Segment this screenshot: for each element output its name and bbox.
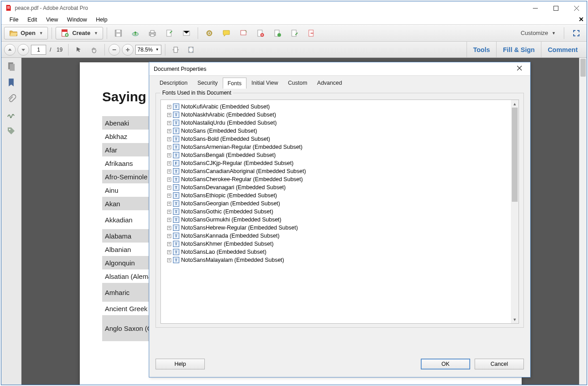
font-name-label: NotoSansGeorgian (Embedded Subset) bbox=[181, 200, 280, 207]
stamp-button[interactable] bbox=[236, 27, 251, 39]
attachments-panel-button[interactable] bbox=[6, 94, 16, 104]
tree-expander-icon[interactable]: + bbox=[167, 129, 171, 133]
tree-expander-icon[interactable]: + bbox=[167, 113, 171, 117]
font-tree-item[interactable]: +TNotoSansKhmer (Embedded Subset) bbox=[167, 240, 511, 248]
replace-page-button[interactable] bbox=[304, 27, 319, 39]
cloud-button[interactable] bbox=[128, 27, 143, 39]
fullscreen-button[interactable] bbox=[569, 27, 584, 39]
close-button[interactable] bbox=[566, 1, 587, 15]
font-tree-item[interactable]: +TNotoSansDevanagari (Embedded Subset) bbox=[167, 183, 511, 191]
font-tree-item[interactable]: +FNotoSansCJKjp-Regular (Embedded Subset… bbox=[167, 159, 511, 167]
minimize-button[interactable] bbox=[525, 1, 545, 15]
viewport-scrollbar[interactable] bbox=[579, 58, 587, 385]
panel-fill-sign[interactable]: Fill & Sign bbox=[496, 42, 541, 57]
cancel-button[interactable]: Cancel bbox=[475, 359, 524, 369]
next-page-button[interactable] bbox=[17, 44, 29, 56]
tree-expander-icon[interactable]: + bbox=[167, 202, 171, 206]
menu-window[interactable]: Window bbox=[63, 16, 91, 24]
create-button[interactable]: Create ▼ bbox=[56, 27, 103, 39]
select-tool-button[interactable] bbox=[72, 43, 86, 56]
export-page-button[interactable] bbox=[287, 27, 302, 39]
fit-page-button[interactable] bbox=[184, 43, 198, 56]
email-button[interactable] bbox=[179, 27, 194, 39]
font-tree-item[interactable]: +TNotoSansCherokee-Regular (Embedded Sub… bbox=[167, 175, 511, 183]
font-tree-item[interactable]: +TNotoNastaliqUrdu (Embedded Subset) bbox=[167, 119, 511, 127]
insert-page-button[interactable] bbox=[270, 27, 285, 39]
font-tree-item[interactable]: +TNotoSansLao (Embedded Subset) bbox=[167, 248, 511, 256]
tab-security[interactable]: Security bbox=[193, 77, 223, 88]
tree-expander-icon[interactable]: + bbox=[167, 169, 171, 173]
tree-expander-icon[interactable]: + bbox=[167, 161, 171, 165]
font-tree-item[interactable]: +TNotoSansGothic (Embedded Subset) bbox=[167, 208, 511, 216]
tree-expander-icon[interactable]: + bbox=[167, 258, 171, 262]
tree-expander-icon[interactable]: + bbox=[167, 178, 171, 182]
ok-button[interactable]: OK bbox=[421, 359, 470, 369]
menu-view[interactable]: View bbox=[42, 16, 63, 24]
font-tree-item[interactable]: +TNotoNaskhArabic (Embedded Subset) bbox=[167, 111, 511, 119]
dialog-close-button[interactable] bbox=[513, 65, 526, 72]
fit-width-button[interactable] bbox=[169, 43, 182, 56]
doc-close-icon[interactable]: ✕ bbox=[579, 16, 584, 23]
font-tree-item[interactable]: +TNotoSansEthiopic (Embedded Subset) bbox=[167, 191, 511, 200]
font-tree-item[interactable]: +TNotoSans (Embedded Subset) bbox=[167, 127, 511, 135]
tree-expander-icon[interactable]: + bbox=[167, 153, 171, 157]
scroll-up-button[interactable]: ▲ bbox=[511, 100, 519, 108]
tree-expander-icon[interactable]: + bbox=[167, 186, 171, 190]
tree-expander-icon[interactable]: + bbox=[167, 137, 171, 141]
prev-page-button[interactable] bbox=[4, 44, 16, 56]
tree-expander-icon[interactable]: + bbox=[167, 250, 171, 254]
font-tree-item[interactable]: +TNotoSans-Bold (Embedded Subset) bbox=[167, 135, 511, 143]
font-tree-item[interactable]: +TNotoSansBengali (Embedded Subset) bbox=[167, 151, 511, 159]
bookmarks-panel-button[interactable] bbox=[6, 78, 16, 87]
tree-expander-icon[interactable]: + bbox=[167, 145, 171, 149]
menu-edit[interactable]: Edit bbox=[23, 16, 42, 24]
scroll-down-button[interactable]: ▼ bbox=[511, 316, 519, 323]
tab-description[interactable]: Description bbox=[155, 77, 193, 88]
zoom-out-button[interactable] bbox=[108, 44, 120, 56]
panel-tools[interactable]: Tools bbox=[467, 42, 497, 57]
tree-expander-icon[interactable]: + bbox=[167, 194, 171, 198]
font-tree-item[interactable]: +TNotoSansGurmukhi (Embedded Subset) bbox=[167, 216, 511, 224]
tab-fonts[interactable]: Fonts bbox=[223, 78, 246, 89]
fonts-scrollbar[interactable]: ▲ ▼ bbox=[511, 100, 519, 323]
zoom-in-button[interactable] bbox=[122, 44, 134, 56]
font-tree-item[interactable]: +TNotoSansCanadianAboriginal (Embedded S… bbox=[167, 167, 511, 175]
panel-comment[interactable]: Comment bbox=[541, 42, 584, 57]
tree-expander-icon[interactable]: + bbox=[167, 234, 171, 238]
scrollbar-thumb[interactable] bbox=[512, 108, 518, 202]
tree-expander-icon[interactable]: + bbox=[167, 210, 171, 214]
customize-button[interactable]: Customize ▼ bbox=[517, 30, 559, 36]
font-tree-item[interactable]: +TNotoSansGeorgian (Embedded Subset) bbox=[167, 200, 511, 208]
delete-page-button[interactable] bbox=[253, 27, 268, 39]
tree-expander-icon[interactable]: + bbox=[167, 242, 171, 246]
open-button[interactable]: Open ▼ bbox=[4, 27, 48, 39]
thumbnails-panel-button[interactable] bbox=[6, 61, 16, 71]
help-button[interactable]: Help bbox=[156, 359, 205, 369]
maximize-button[interactable] bbox=[545, 1, 566, 15]
settings-button[interactable] bbox=[202, 27, 217, 39]
tree-expander-icon[interactable]: + bbox=[167, 226, 171, 230]
font-tree-item[interactable]: +TNotoSansMalayalam (Embedded Subset) bbox=[167, 256, 511, 264]
tab-advanced[interactable]: Advanced bbox=[312, 77, 347, 88]
tree-expander-icon[interactable]: + bbox=[167, 105, 171, 109]
menu-help[interactable]: Help bbox=[91, 16, 112, 24]
font-tree-item[interactable]: +TNotoSansHebrew-Regular (Embedded Subse… bbox=[167, 224, 511, 232]
save-button[interactable] bbox=[111, 27, 126, 39]
font-tree-item[interactable]: +TNotoSansArmenian-Regular (Embedded Sub… bbox=[167, 143, 511, 151]
scrollbar-thumb[interactable] bbox=[580, 59, 586, 77]
tree-expander-icon[interactable]: + bbox=[167, 218, 171, 222]
comment-bubble-button[interactable] bbox=[219, 27, 234, 39]
hand-tool-button[interactable] bbox=[87, 43, 101, 56]
tab-initial-view[interactable]: Initial View bbox=[246, 77, 283, 88]
tags-panel-button[interactable] bbox=[6, 126, 16, 136]
font-tree-item[interactable]: +TNotoKufiArabic (Embedded Subset) bbox=[167, 103, 511, 111]
tab-custom[interactable]: Custom bbox=[283, 77, 312, 88]
tree-expander-icon[interactable]: + bbox=[167, 121, 171, 125]
font-tree-item[interactable]: +TNotoSansKannada (Embedded Subset) bbox=[167, 232, 511, 240]
zoom-select[interactable]: 78.5% ▼ bbox=[135, 45, 161, 55]
print-button[interactable] bbox=[145, 27, 160, 39]
signatures-panel-button[interactable] bbox=[6, 110, 16, 120]
page-number-input[interactable] bbox=[31, 45, 46, 55]
edit-page-button[interactable] bbox=[162, 27, 177, 39]
menu-file[interactable]: File bbox=[5, 16, 23, 24]
